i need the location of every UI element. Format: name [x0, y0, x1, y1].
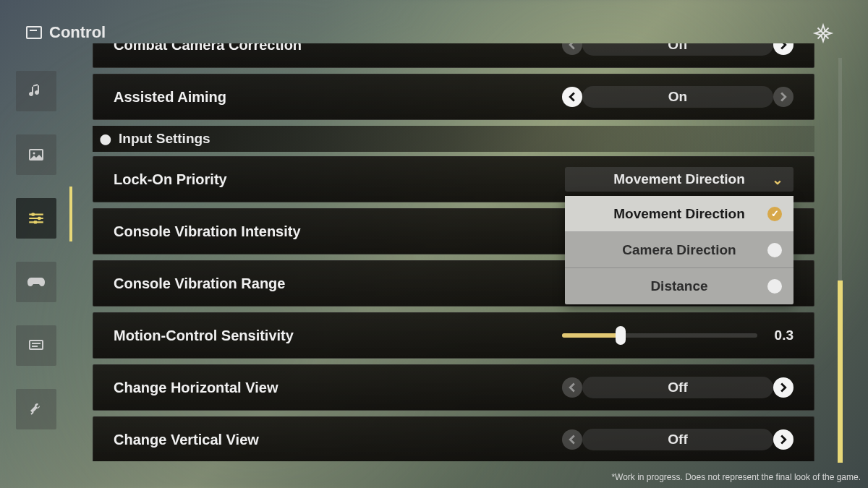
row-change-horizontal[interactable]: Change Horizontal View Off	[93, 364, 814, 411]
slider-thumb[interactable]	[616, 326, 626, 345]
dropdown-option-movement[interactable]: Movement Direction	[565, 196, 793, 232]
cycle-prev[interactable]	[562, 43, 582, 55]
cycle-control: Off	[562, 429, 793, 450]
lock-on-dropdown[interactable]: Movement Direction ⌄ Movement Direction …	[565, 167, 793, 192]
row-motion-sensitivity[interactable]: Motion-Control Sensitivity 0.3	[93, 312, 814, 359]
close-button[interactable]	[810, 20, 836, 46]
footer-disclaimer: *Work in progress. Does not represent th…	[611, 472, 861, 482]
header: Control	[26, 23, 106, 42]
vertical-scrollbar[interactable]	[838, 58, 842, 463]
cycle-value: Off	[582, 43, 773, 56]
radio-icon	[767, 243, 782, 257]
scrollbar-thumb[interactable]	[838, 281, 843, 463]
cycle-next[interactable]	[773, 377, 793, 398]
settings-panel: Combat Camera Correction Off Assisted Ai…	[93, 43, 817, 461]
cycle-prev[interactable]	[562, 87, 582, 107]
close-icon	[812, 22, 834, 44]
sliders-icon	[27, 209, 46, 228]
section-input-settings: ⬤ Input Settings	[93, 126, 814, 152]
cycle-control: Off	[562, 377, 793, 398]
option-label: Distance	[650, 278, 707, 294]
svg-rect-4	[34, 221, 37, 223]
nav-gamepad[interactable]	[16, 262, 56, 302]
nav-chat[interactable]	[16, 325, 56, 366]
nav-audio[interactable]	[16, 71, 56, 111]
cycle-next[interactable]	[773, 429, 793, 450]
svg-point-1	[33, 153, 35, 155]
nav-image[interactable]	[16, 134, 56, 175]
tools-icon	[27, 401, 45, 418]
cycle-value: Off	[582, 377, 773, 398]
option-label: Movement Direction	[613, 206, 745, 222]
cycle-next[interactable]	[773, 87, 793, 107]
slider-value: 0.3	[770, 328, 793, 343]
cycle-value: Off	[582, 429, 773, 450]
radio-icon	[767, 279, 782, 294]
cycle-control: On	[562, 86, 793, 108]
cycle-value: On	[582, 86, 773, 108]
audio-icon	[27, 82, 45, 100]
cycle-control: Off	[562, 43, 793, 56]
svg-rect-5	[30, 341, 43, 349]
svg-rect-3	[38, 217, 41, 220]
image-icon	[27, 146, 45, 163]
slider-track[interactable]	[562, 333, 757, 338]
row-change-vertical[interactable]: Change Vertical View Off	[93, 416, 814, 461]
slider-fill	[562, 333, 621, 338]
page-title: Control	[49, 23, 106, 42]
row-label: Lock-On Priority	[114, 171, 565, 188]
svg-rect-2	[32, 213, 35, 215]
chevron-down-icon: ⌄	[772, 171, 783, 188]
cycle-next[interactable]	[773, 43, 793, 55]
section-pin-icon: ⬤	[100, 133, 111, 145]
dropdown-option-distance[interactable]: Distance	[565, 268, 793, 304]
nav-active-indicator	[69, 187, 72, 241]
row-label: Motion-Control Sensitivity	[114, 328, 562, 344]
row-assisted-aiming[interactable]: Assisted Aiming On	[93, 74, 814, 120]
dropdown-option-camera[interactable]: Camera Direction	[565, 232, 793, 268]
nav-control[interactable]	[16, 198, 56, 239]
chat-icon	[27, 337, 45, 354]
row-label: Combat Camera Correction	[114, 43, 562, 53]
row-partial: Combat Camera Correction Off	[93, 43, 817, 68]
section-title: Input Settings	[119, 131, 210, 147]
radio-selected-icon	[767, 207, 782, 221]
row-combat-camera[interactable]: Combat Camera Correction Off	[93, 43, 814, 68]
row-label: Assisted Aiming	[114, 89, 562, 106]
category-nav	[16, 71, 56, 429]
dropdown-value: Movement Direction	[613, 171, 745, 187]
sensitivity-slider[interactable]: 0.3	[562, 328, 793, 343]
row-label: Change Vertical View	[114, 432, 562, 448]
row-label: Change Horizontal View	[114, 380, 562, 396]
nav-tools[interactable]	[16, 389, 56, 429]
row-lock-on-priority[interactable]: Lock-On Priority Movement Direction ⌄ Mo…	[93, 156, 814, 202]
cycle-prev[interactable]	[562, 377, 582, 398]
control-icon	[26, 26, 42, 39]
gamepad-icon	[27, 275, 46, 289]
option-label: Camera Direction	[622, 242, 736, 258]
dropdown-menu: Movement Direction Camera Direction Dist…	[565, 196, 793, 304]
cycle-prev[interactable]	[562, 429, 582, 450]
